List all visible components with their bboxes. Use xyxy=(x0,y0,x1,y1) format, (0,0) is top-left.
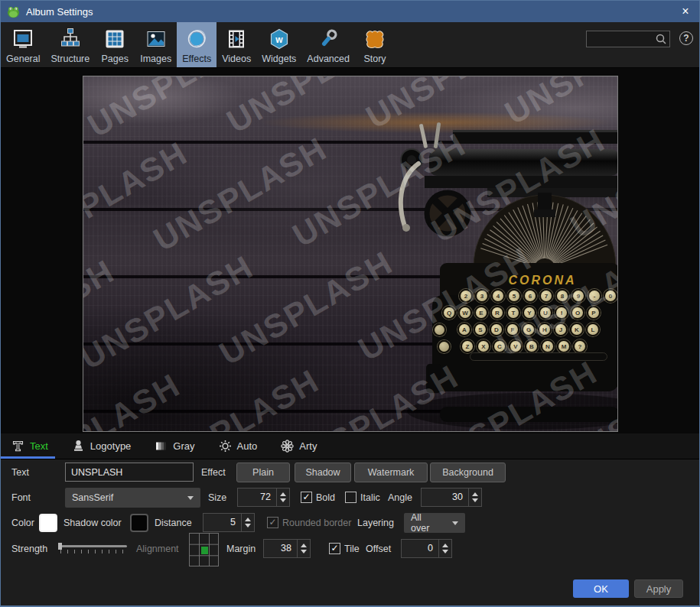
color-swatch[interactable] xyxy=(39,514,57,532)
rounded-border-label: Rounded border xyxy=(282,513,351,533)
distance-label: Distance xyxy=(155,513,192,533)
typewriter-key: 5 xyxy=(507,289,521,303)
italic-checkbox[interactable] xyxy=(345,492,357,503)
typewriter-spacebar xyxy=(470,352,607,361)
color-label: Color xyxy=(11,513,34,533)
ok-button[interactable]: OK xyxy=(573,579,629,598)
typewriter-key: Z xyxy=(461,339,474,353)
hexagon-w-icon: w xyxy=(268,28,291,50)
watermark-text: UNSPLASH xyxy=(147,130,333,258)
effects-controls: Text Effect PlainShadowWatermarkBackgrou… xyxy=(1,459,699,574)
stepper-arrows-icon[interactable] xyxy=(438,540,451,557)
toolbar-item-images[interactable]: Images xyxy=(135,22,177,67)
toolbar: GeneralStructurePagesImagesEffectsVideos… xyxy=(1,22,699,68)
tab-label: Gray xyxy=(173,440,194,452)
alignment-grid[interactable] xyxy=(189,533,219,566)
shadow-color-swatch[interactable] xyxy=(130,514,148,532)
typewriter-key: 4 xyxy=(491,289,505,303)
bold-checkbox[interactable]: ✓ xyxy=(301,492,312,503)
toolbar-item-pages[interactable]: Pages xyxy=(95,22,135,67)
strength-label: Strength xyxy=(11,539,47,559)
toolbar-item-structure[interactable]: Structure xyxy=(45,22,95,67)
effect-button-watermark[interactable]: Watermark xyxy=(354,463,428,482)
svg-text:w: w xyxy=(275,34,283,45)
shadow-color-label: Shadow color xyxy=(63,513,122,533)
apply-button[interactable]: Apply xyxy=(634,579,683,598)
tab-arty[interactable]: Arty xyxy=(270,433,330,459)
preview-photo: CORONA 23456789-0QWERTYUIOPASDFGHJKLZXCV… xyxy=(83,76,618,432)
typewriter-key: 7 xyxy=(539,289,553,303)
search-box[interactable] xyxy=(586,31,670,47)
search-input[interactable] xyxy=(587,34,655,44)
toolbar-item-effects[interactable]: Effects xyxy=(177,22,217,67)
film-icon xyxy=(225,28,248,50)
tab-gray[interactable]: Gray xyxy=(144,433,207,459)
stepper-arrows-icon[interactable] xyxy=(276,489,289,506)
layering-select[interactable]: All over xyxy=(404,513,465,533)
tab-label: Arty xyxy=(299,440,317,452)
typewriter-key: B xyxy=(525,339,539,353)
tab-label: Logotype xyxy=(90,440,132,452)
typewriter-key: - xyxy=(588,289,601,303)
tree-icon xyxy=(59,28,82,50)
tile-checkbox[interactable]: ✓ xyxy=(329,543,340,554)
typewriter-key: K xyxy=(570,323,584,336)
effect-button-shadow[interactable]: Shadow xyxy=(295,463,351,482)
effects-tabbar: TextLogotypeGrayAutoArty xyxy=(1,433,699,459)
typewriter-key: V xyxy=(509,339,523,353)
margin-stepper[interactable]: 38 xyxy=(263,539,311,558)
typewriter-key: F xyxy=(506,323,519,336)
typewriter-key: I xyxy=(555,306,568,320)
leather-icon xyxy=(363,28,386,50)
tab-auto[interactable]: Auto xyxy=(208,433,271,459)
typewriter-key: T xyxy=(506,306,520,320)
typewriter-key: A xyxy=(457,323,471,336)
help-icon[interactable]: ? xyxy=(679,31,693,45)
window-title: Album Settings xyxy=(26,6,93,18)
tab-text[interactable]: Text xyxy=(1,433,61,459)
close-icon[interactable]: × xyxy=(676,3,695,20)
font-select[interactable]: SansSerif xyxy=(65,488,200,508)
app-icon xyxy=(7,5,20,18)
tab-label: Text xyxy=(30,440,48,452)
typewriter-key: N xyxy=(541,339,555,353)
toolbar-item-widgets[interactable]: wWidgets xyxy=(256,22,301,67)
toolbar-item-story[interactable]: Story xyxy=(355,22,395,67)
preview-area: CORONA 23456789-0QWERTYUIOPASDFGHJKLZXCV… xyxy=(1,69,699,433)
typewriter-key: J xyxy=(554,323,568,336)
tab-logotype[interactable]: Logotype xyxy=(61,433,145,459)
toolbar-item-advanced[interactable]: Advanced xyxy=(301,22,355,67)
gradient-icon xyxy=(155,440,168,453)
effect-button-background[interactable]: Background xyxy=(430,463,506,482)
size-stepper[interactable]: 72 xyxy=(237,488,290,507)
offset-stepper[interactable]: 0 xyxy=(401,539,452,558)
typewriter-key: 3 xyxy=(475,289,489,303)
rounded-border-checkbox[interactable]: ✓ xyxy=(267,517,278,528)
strength-slider[interactable] xyxy=(58,542,127,556)
watermark-text: UNSPLASH xyxy=(83,366,187,432)
toolbar-item-videos[interactable]: Videos xyxy=(217,22,256,67)
toolbar-item-general[interactable]: General xyxy=(1,22,45,67)
typewriter-illustration: CORONA xyxy=(396,119,618,432)
effect-button-plain[interactable]: Plain xyxy=(236,463,290,482)
toolbar-item-label: Widgets xyxy=(262,54,296,64)
watermark-text-input[interactable] xyxy=(65,463,194,482)
distance-stepper[interactable]: 5 xyxy=(203,513,255,532)
tile-label: Tile xyxy=(344,539,360,559)
stepper-arrows-icon[interactable] xyxy=(297,540,310,557)
typewriter-key: X xyxy=(477,339,490,353)
stepper-arrows-icon[interactable] xyxy=(468,489,481,506)
typewriter-key: 8 xyxy=(555,289,569,303)
stepper-arrows-icon[interactable] xyxy=(241,514,254,531)
typewriter-key: E xyxy=(474,306,488,320)
wrench-icon xyxy=(317,28,340,50)
typewriter-brand-text: CORONA xyxy=(508,274,576,287)
slider-handle[interactable] xyxy=(58,543,62,550)
tab-label: Auto xyxy=(237,440,258,452)
watermark-text: UNSPLASH xyxy=(83,248,259,377)
typewriter-key: Q xyxy=(442,306,456,320)
alignment-center-dot xyxy=(201,547,208,554)
angle-stepper[interactable]: 30 xyxy=(421,488,482,507)
typewriter-key: 9 xyxy=(571,289,585,303)
typewriter-key: 0 xyxy=(604,289,617,303)
